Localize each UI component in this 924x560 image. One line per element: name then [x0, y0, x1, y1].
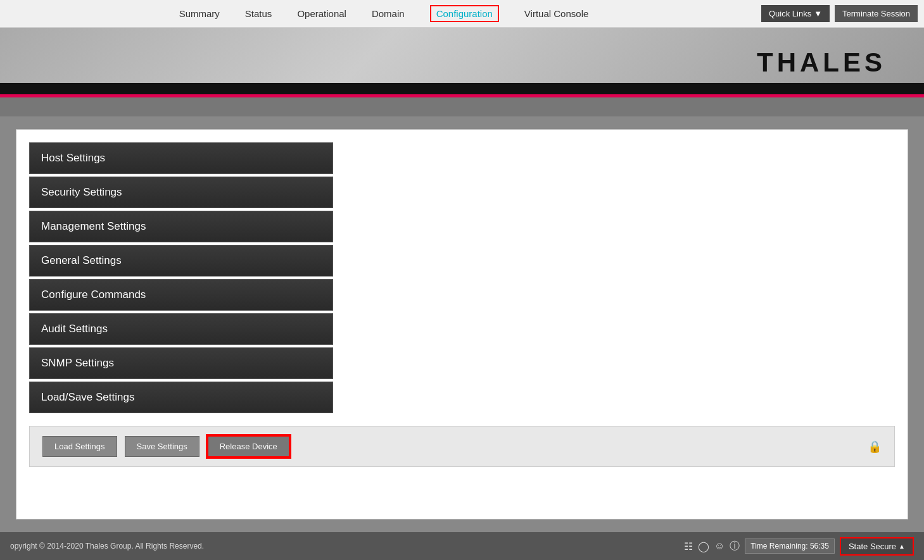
footer-copyright: opyright © 2014-2020 Thales Group. All R…	[10, 542, 204, 551]
sidebar-item-snmp-settings[interactable]: SNMP Settings	[29, 347, 333, 379]
nav-link-summary[interactable]: Summary	[179, 8, 220, 19]
nav-right: Quick Links ▼ Terminate Session	[761, 5, 918, 22]
sidebar-menu: Host SettingsSecurity SettingsManagement…	[29, 142, 333, 416]
header-banner: THALES	[0, 28, 924, 97]
state-secure-label: State Secure	[849, 542, 896, 551]
sidebar-item-audit-settings[interactable]: Audit Settings	[29, 313, 333, 345]
nav-link-virtual-console[interactable]: Virtual Console	[524, 8, 588, 19]
nav-link-configuration[interactable]: Configuration	[430, 5, 499, 22]
terminate-session-button[interactable]: Terminate Session	[835, 5, 918, 22]
load-settings-button[interactable]: Load Settings	[42, 436, 117, 457]
lock-icon: 🔒	[868, 440, 882, 454]
footer-right: ☷ ◯ ☺ ⓘ Time Remaining: 56:35 State Secu…	[684, 537, 914, 556]
circle-icon[interactable]: ◯	[698, 540, 709, 552]
nav-link-domain[interactable]: Domain	[372, 8, 405, 19]
main-container: Host SettingsSecurity SettingsManagement…	[0, 116, 924, 532]
state-secure-button[interactable]: State Secure ▲	[840, 537, 914, 556]
sidebar-item-general-settings[interactable]: General Settings	[29, 245, 333, 277]
sidebar-item-load-save-settings[interactable]: Load/Save Settings	[29, 382, 333, 413]
sidebar-item-configure-commands[interactable]: Configure Commands	[29, 279, 333, 311]
quick-links-label: Quick Links	[769, 9, 811, 18]
sidebar-item-host-settings[interactable]: Host Settings	[29, 142, 333, 174]
footer: opyright © 2014-2020 Thales Group. All R…	[0, 532, 924, 560]
release-device-button[interactable]: Release Device	[207, 435, 290, 457]
info-icon[interactable]: ⓘ	[730, 540, 740, 553]
copyright-text: opyright © 2014-2020 Thales Group. All R…	[10, 542, 204, 551]
gray-band	[0, 97, 924, 116]
quick-links-button[interactable]: Quick Links ▼	[761, 5, 830, 22]
content-panel: Host SettingsSecurity SettingsManagement…	[16, 129, 908, 520]
top-navigation: SummaryStatusOperationalDomainConfigurat…	[0, 0, 924, 28]
grid-icon[interactable]: ☷	[684, 540, 693, 552]
sidebar-item-security-settings[interactable]: Security Settings	[29, 177, 333, 208]
time-remaining-badge: Time Remaining: 56:35	[745, 538, 835, 554]
nav-link-operational[interactable]: Operational	[297, 8, 346, 19]
nav-link-status[interactable]: Status	[245, 8, 272, 19]
sidebar-item-management-settings[interactable]: Management Settings	[29, 211, 333, 242]
state-chevron-icon: ▲	[899, 543, 905, 550]
nav-links: SummaryStatusOperationalDomainConfigurat…	[6, 5, 761, 22]
brand-logo: THALES	[757, 47, 886, 78]
save-settings-button[interactable]: Save Settings	[125, 436, 199, 457]
person-icon[interactable]: ☺	[714, 540, 725, 552]
chevron-down-icon: ▼	[814, 9, 822, 18]
action-bar: Load Settings Save Settings Release Devi…	[29, 426, 895, 467]
